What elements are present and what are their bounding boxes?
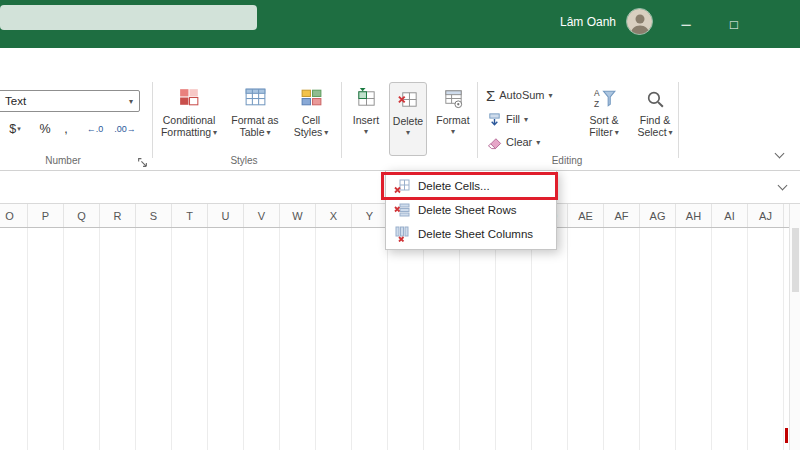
grid-line (423, 228, 424, 450)
grid-line (99, 228, 100, 450)
grid-line (747, 228, 748, 450)
column-header-P[interactable]: P (28, 204, 64, 228)
grid-line (135, 228, 136, 450)
button-label: Format (436, 114, 469, 126)
button-label: Format as (231, 114, 278, 126)
chevron-down-icon: ▾ (267, 128, 271, 138)
percent-style-button[interactable]: % (34, 118, 56, 140)
magnifier-icon (645, 82, 666, 110)
menu-item-delete-cells[interactable]: Delete Cells... (386, 174, 556, 198)
grid-line (603, 228, 604, 450)
column-header-O[interactable]: O (0, 204, 28, 228)
number-dialog-launcher-icon[interactable] (137, 154, 148, 165)
delete-sheet-rows-icon (394, 202, 410, 218)
grid-line (243, 228, 244, 450)
conditional-formatting-icon (177, 82, 202, 110)
svg-text:Z: Z (594, 99, 599, 109)
delete-sheet-columns-icon (394, 226, 410, 242)
clear-button[interactable]: Clear ▾ (487, 132, 540, 152)
increase-decimal-button[interactable]: ←.0 (80, 118, 110, 140)
grid-line (711, 228, 712, 450)
column-header-Q[interactable]: Q (64, 204, 100, 228)
expand-formula-bar-icon[interactable] (778, 181, 788, 191)
minimize-button[interactable]: ─ (664, 7, 708, 41)
styles-group-label: Styles (156, 155, 332, 166)
chevron-down-icon: ▾ (17, 125, 21, 133)
conditional-formatting-button[interactable]: Conditional Formatting▾ (156, 82, 222, 156)
menu-item-label: Delete Cells... (418, 180, 490, 192)
decrease-decimal-button[interactable]: .00→ (110, 118, 140, 140)
grid-line (459, 228, 460, 450)
column-header-AJ[interactable]: AJ (748, 204, 784, 228)
button-label: Styles (294, 126, 323, 138)
button-label: AutoSum (499, 89, 544, 101)
account-name: Lâm Oanh (560, 15, 616, 29)
percent-label: % (39, 122, 50, 136)
sort-filter-button[interactable]: A Z Sort & Filter▾ (579, 82, 629, 156)
chevron-down-icon: ▾ (615, 128, 619, 138)
chevron-down-icon: ▾ (451, 127, 455, 137)
column-header-AE[interactable]: AE (568, 204, 604, 228)
button-label: Select (637, 126, 666, 138)
fill-button[interactable]: Fill ▾ (487, 109, 528, 129)
avatar[interactable] (626, 8, 653, 35)
column-header-X[interactable]: X (316, 204, 352, 228)
cell-styles-button[interactable]: Cell Styles▾ (288, 82, 334, 156)
number-format-dropdown[interactable]: Text ▾ (0, 90, 140, 112)
grid-line (279, 228, 280, 450)
column-header-V[interactable]: V (244, 204, 280, 228)
delete-cells-menu-icon (394, 178, 410, 194)
vertical-scrollbar[interactable] (789, 204, 800, 450)
column-header-T[interactable]: T (172, 204, 208, 228)
maximize-button[interactable]: □ (712, 7, 756, 41)
format-as-table-button[interactable]: Format as Table▾ (226, 82, 284, 156)
column-header-S[interactable]: S (136, 204, 172, 228)
cell-styles-icon (299, 82, 324, 110)
column-header-AH[interactable]: AH (676, 204, 712, 228)
accounting-format-button[interactable]: $ ▾ (0, 118, 30, 140)
menu-item-delete-sheet-columns[interactable]: Delete Sheet Columns (386, 222, 556, 246)
grid-line (351, 228, 352, 450)
column-header-R[interactable]: R (100, 204, 136, 228)
editing-group-label: Editing (472, 155, 662, 166)
button-label: Conditional (163, 114, 216, 126)
autosum-button[interactable]: Σ AutoSum ▾ (486, 85, 553, 105)
column-header-W[interactable]: W (280, 204, 316, 228)
search-box[interactable] (0, 5, 257, 30)
chevron-down-icon: ▾ (129, 97, 133, 106)
grid-line (387, 228, 388, 450)
find-select-button[interactable]: Find & Select▾ (632, 82, 678, 156)
sigma-icon: Σ (486, 88, 495, 103)
scrollbar-thumb[interactable] (792, 228, 799, 292)
format-as-table-icon (243, 82, 268, 110)
decrease-decimal-icon: .00→ (114, 124, 136, 134)
chevron-down-icon: ▾ (406, 128, 410, 138)
collapse-ribbon-icon[interactable] (775, 149, 785, 159)
excel-window: Lâm Oanh ─ □ Share Text ▾ $ ▾ (0, 0, 800, 450)
grid-line (207, 228, 208, 450)
menu-item-label: Delete Sheet Rows (418, 204, 516, 216)
menu-item-delete-sheet-rows[interactable]: Delete Sheet Rows (386, 198, 556, 222)
spreadsheet-grid[interactable] (0, 228, 789, 450)
grid-line (675, 228, 676, 450)
column-header-Y[interactable]: Y (352, 204, 388, 228)
column-header-AG[interactable]: AG (640, 204, 676, 228)
dollar-label: $ (9, 122, 16, 136)
format-button[interactable]: Format ▾ (431, 82, 475, 156)
grid-line (783, 228, 784, 450)
svg-text:A: A (594, 88, 600, 98)
grid-line (495, 228, 496, 450)
red-marker (785, 428, 788, 443)
insert-button[interactable]: Insert ▾ (347, 82, 385, 156)
person-icon (627, 9, 653, 35)
button-label: Cell (302, 114, 320, 126)
comma-style-button[interactable]: , (58, 118, 74, 140)
column-header-U[interactable]: U (208, 204, 244, 228)
column-header-AF[interactable]: AF (604, 204, 640, 228)
button-label: Formatting (161, 126, 211, 138)
chevron-down-icon: ▾ (324, 128, 328, 138)
delete-button[interactable]: Delete ▾ (389, 82, 427, 156)
chevron-down-icon: ▾ (213, 128, 217, 138)
group-separator (477, 82, 478, 158)
column-header-AI[interactable]: AI (712, 204, 748, 228)
